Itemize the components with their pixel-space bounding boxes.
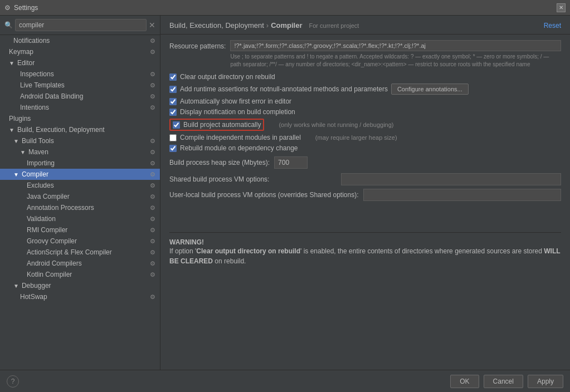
settings-icon-notifications: ⚙	[150, 37, 155, 45]
title-bar-left: ⚙ Settings	[4, 4, 38, 12]
android-compilers-label: Android Compilers	[27, 259, 82, 267]
breadcrumb-separator: ›	[266, 21, 269, 30]
breadcrumb-parent: Build, Execution, Deployment	[169, 21, 264, 30]
shared-vm-input[interactable]	[341, 173, 561, 185]
resource-patterns-input[interactable]	[230, 40, 561, 51]
sidebar-item-live-templates[interactable]: Live Templates ⚙	[0, 80, 160, 91]
sidebar-item-notifications[interactable]: Notifications ⚙	[0, 35, 160, 46]
clear-output-row: Clear output directory on rebuild	[169, 73, 561, 81]
build-automatically-highlight: Build project automatically	[169, 119, 264, 131]
warning-box: WARNING! If option 'Clear output directo…	[169, 232, 561, 266]
clear-output-checkbox[interactable]	[169, 74, 177, 81]
ok-button[interactable]: OK	[450, 375, 479, 388]
sidebar-item-compiler[interactable]: ▼Compiler ⚙	[0, 169, 160, 180]
resource-field-wrap: Use ; to separate patterns and ! to nega…	[230, 40, 561, 68]
settings-icon-actionscript-flex: ⚙	[150, 249, 155, 256]
sidebar-item-groovy-compiler[interactable]: Groovy Compiler ⚙	[0, 236, 160, 247]
bottom-bar: ? OK Cancel Apply	[0, 370, 570, 392]
settings-icon-validation: ⚙	[150, 215, 155, 223]
sidebar-item-annotation-processors[interactable]: Annotation Processors ⚙	[0, 202, 160, 213]
add-runtime-checkbox[interactable]	[169, 86, 177, 93]
kotlin-compiler-label: Kotlin Compiler	[27, 271, 72, 278]
heap-size-label: Build process heap size (Mbytes):	[169, 159, 270, 166]
sidebar-item-inspections[interactable]: Inspections ⚙	[0, 68, 160, 80]
settings-icon-java-compiler: ⚙	[150, 193, 155, 200]
sidebar-item-android-compilers[interactable]: Android Compilers ⚙	[0, 258, 160, 269]
settings-icon-hotswap: ⚙	[150, 293, 155, 301]
editor-label: Editor	[17, 59, 35, 67]
compiler-arrow: ▼	[13, 171, 19, 178]
sidebar-item-build-execution-deployment[interactable]: ▼Build, Execution, Deployment	[0, 124, 160, 135]
settings-icon-live-templates: ⚙	[150, 82, 155, 89]
show-first-error-label: Automatically show first error in editor	[180, 97, 291, 105]
compile-parallel-label: Compile independent modules in parallel	[180, 134, 301, 141]
compile-parallel-row: Compile independent modules in parallel …	[169, 134, 561, 141]
add-runtime-row: Add runtime assertions for notnull-annot…	[169, 84, 561, 95]
settings-icon: ⚙	[4, 4, 11, 12]
sidebar-item-validation[interactable]: Validation ⚙	[0, 213, 160, 224]
bed-arrow: ▼	[9, 127, 14, 133]
user-local-vm-label: User-local build process VM options (ove…	[169, 191, 359, 199]
clear-output-label: Clear output directory on rebuild	[180, 73, 275, 81]
settings-icon-rmi-compiler: ⚙	[150, 227, 155, 234]
sidebar-item-plugins[interactable]: Plugins	[0, 113, 160, 124]
editor-arrow: ▼	[9, 60, 14, 66]
compile-parallel-note: (may require larger heap size)	[315, 134, 397, 141]
user-local-vm-input[interactable]	[363, 189, 562, 201]
bed-label: Build, Execution, Deployment	[17, 126, 105, 134]
sidebar-item-hotswap[interactable]: HotSwap ⚙	[0, 291, 160, 302]
sidebar-item-build-tools[interactable]: ▼Build Tools ⚙	[0, 135, 160, 146]
sidebar-item-editor[interactable]: ▼Editor	[0, 57, 160, 68]
content-body: Resource patterns: Use ; to separate pat…	[160, 35, 570, 272]
sidebar-item-maven[interactable]: ▼Maven ⚙	[0, 146, 160, 158]
sidebar-item-actionscript-flex[interactable]: ActionScript & Flex Compiler ⚙	[0, 247, 160, 258]
configure-annotations-button[interactable]: Configure annotations...	[391, 84, 469, 95]
inspections-label: Inspections	[20, 70, 54, 78]
display-notification-checkbox[interactable]	[169, 109, 177, 116]
apply-button[interactable]: Apply	[528, 375, 563, 388]
build-automatically-label: Build project automatically	[183, 121, 261, 129]
sidebar: 🔍 ✕ Notifications ⚙ Keymap ⚙ ▼Editor Ins…	[0, 16, 160, 370]
sidebar-item-android-data-binding[interactable]: Android Data Binding ⚙	[0, 91, 160, 102]
sidebar-item-debugger[interactable]: ▼Debugger	[0, 280, 160, 291]
maven-label: Maven	[28, 148, 48, 156]
groovy-compiler-label: Groovy Compiler	[27, 237, 77, 245]
rebuild-module-label: Rebuild module on dependency change	[180, 144, 298, 152]
rebuild-module-checkbox[interactable]	[169, 145, 177, 152]
warning-text: If option 'Clear output directory on reb…	[169, 246, 561, 266]
cancel-button[interactable]: Cancel	[484, 375, 523, 388]
sidebar-item-intentions[interactable]: Intentions ⚙	[0, 102, 160, 113]
sidebar-item-rmi-compiler[interactable]: RMI Compiler ⚙	[0, 224, 160, 236]
reset-button[interactable]: Reset	[544, 22, 561, 30]
sidebar-item-java-compiler[interactable]: Java Compiler ⚙	[0, 191, 160, 202]
annotation-processors-label: Annotation Processors	[27, 204, 94, 212]
build-automatically-note: (only works while not running / debuggin…	[279, 121, 393, 128]
help-button[interactable]: ?	[7, 375, 19, 388]
intentions-label: Intentions	[20, 104, 49, 111]
live-templates-label: Live Templates	[20, 81, 65, 89]
content-pane: Build, Execution, Deployment › Compiler …	[160, 16, 570, 370]
title-bar: ⚙ Settings ✕	[0, 0, 570, 16]
settings-icon-compiler: ⚙	[150, 171, 155, 178]
heap-size-input[interactable]	[274, 156, 308, 169]
settings-icon-kotlin-compiler: ⚙	[150, 271, 155, 278]
breadcrumb: Build, Execution, Deployment › Compiler …	[169, 21, 359, 30]
resource-patterns-hint: Use ; to separate patterns and ! to nega…	[230, 53, 561, 68]
search-input[interactable]	[15, 19, 147, 31]
show-first-error-checkbox[interactable]	[169, 98, 177, 105]
settings-icon-android-compilers: ⚙	[150, 260, 155, 267]
settings-icon-maven: ⚙	[150, 149, 155, 156]
sidebar-item-importing[interactable]: Importing ⚙	[0, 158, 160, 169]
display-notification-label: Display notification on build completion	[180, 108, 295, 116]
settings-icon-android-data-binding: ⚙	[150, 93, 155, 100]
search-clear-button[interactable]: ✕	[149, 21, 155, 30]
debugger-label: Debugger	[22, 282, 51, 290]
close-button[interactable]: ✕	[557, 3, 566, 12]
sidebar-item-excludes[interactable]: Excludes ⚙	[0, 180, 160, 191]
importing-label: Importing	[27, 159, 55, 167]
compile-parallel-checkbox[interactable]	[169, 134, 177, 141]
sidebar-item-kotlin-compiler[interactable]: Kotlin Compiler ⚙	[0, 269, 160, 280]
build-automatically-checkbox[interactable]	[173, 121, 180, 129]
settings-icon-importing: ⚙	[150, 160, 155, 167]
sidebar-item-keymap[interactable]: Keymap ⚙	[0, 46, 160, 57]
